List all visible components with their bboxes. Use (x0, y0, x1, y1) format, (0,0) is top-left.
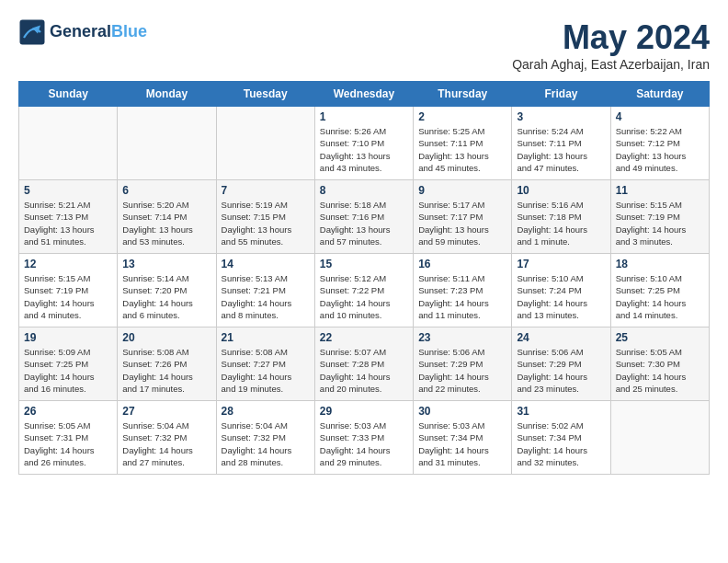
day-info: Sunrise: 5:14 AM Sunset: 7:20 PM Dayligh… (122, 272, 210, 321)
day-info: Sunrise: 5:20 AM Sunset: 7:14 PM Dayligh… (122, 199, 210, 247)
day-info: Sunrise: 5:09 AM Sunset: 7:25 PM Dayligh… (24, 346, 112, 395)
day-info: Sunrise: 5:22 AM Sunset: 7:12 PM Dayligh… (616, 125, 704, 174)
day-info: Sunrise: 5:15 AM Sunset: 7:19 PM Dayligh… (616, 199, 704, 247)
header-cell-saturday: Saturday (610, 82, 709, 107)
header-cell-wednesday: Wednesday (314, 82, 413, 107)
day-number: 5 (24, 184, 112, 197)
day-number: 26 (24, 405, 112, 418)
calendar-table: SundayMondayTuesdayWednesdayThursdayFrid… (18, 81, 710, 475)
day-info: Sunrise: 5:02 AM Sunset: 7:34 PM Dayligh… (517, 419, 605, 468)
day-number: 28 (222, 405, 310, 418)
day-number: 30 (418, 405, 506, 418)
day-number: 14 (222, 258, 310, 270)
day-info: Sunrise: 5:12 AM Sunset: 7:22 PM Dayligh… (320, 272, 408, 321)
day-info: Sunrise: 5:04 AM Sunset: 7:32 PM Dayligh… (222, 419, 310, 468)
logo-text: GeneralBlue (50, 23, 147, 41)
day-info: Sunrise: 5:17 AM Sunset: 7:17 PM Dayligh… (418, 199, 506, 247)
day-info: Sunrise: 5:03 AM Sunset: 7:34 PM Dayligh… (418, 419, 506, 468)
day-cell: 22Sunrise: 5:07 AM Sunset: 7:28 PM Dayli… (314, 327, 413, 401)
day-info: Sunrise: 5:08 AM Sunset: 7:27 PM Dayligh… (222, 346, 310, 395)
day-number: 6 (122, 184, 210, 197)
day-cell: 3Sunrise: 5:24 AM Sunset: 7:11 PM Daylig… (512, 107, 610, 180)
day-info: Sunrise: 5:11 AM Sunset: 7:23 PM Dayligh… (418, 272, 506, 321)
day-info: Sunrise: 5:06 AM Sunset: 7:29 PM Dayligh… (517, 346, 605, 395)
day-info: Sunrise: 5:18 AM Sunset: 7:16 PM Dayligh… (320, 199, 408, 247)
week-row-5: 26Sunrise: 5:05 AM Sunset: 7:31 PM Dayli… (19, 401, 710, 475)
day-info: Sunrise: 5:16 AM Sunset: 7:18 PM Dayligh… (517, 199, 605, 247)
day-cell: 29Sunrise: 5:03 AM Sunset: 7:33 PM Dayli… (314, 401, 413, 475)
day-cell: 27Sunrise: 5:04 AM Sunset: 7:32 PM Dayli… (118, 401, 216, 475)
week-row-2: 5Sunrise: 5:21 AM Sunset: 7:13 PM Daylig… (19, 180, 710, 254)
day-info: Sunrise: 5:10 AM Sunset: 7:24 PM Dayligh… (517, 272, 605, 321)
day-info: Sunrise: 5:04 AM Sunset: 7:32 PM Dayligh… (122, 419, 210, 468)
day-cell: 1Sunrise: 5:26 AM Sunset: 7:10 PM Daylig… (314, 107, 413, 180)
day-number: 29 (320, 405, 408, 418)
day-number: 31 (517, 405, 605, 418)
calendar-header: SundayMondayTuesdayWednesdayThursdayFrid… (19, 82, 710, 107)
day-cell: 15Sunrise: 5:12 AM Sunset: 7:22 PM Dayli… (314, 254, 413, 327)
day-number: 23 (418, 331, 506, 344)
week-row-4: 19Sunrise: 5:09 AM Sunset: 7:25 PM Dayli… (19, 327, 710, 401)
day-number: 11 (616, 184, 704, 197)
day-cell: 21Sunrise: 5:08 AM Sunset: 7:27 PM Dayli… (216, 327, 314, 401)
day-cell: 7Sunrise: 5:19 AM Sunset: 7:15 PM Daylig… (216, 180, 314, 254)
day-cell: 30Sunrise: 5:03 AM Sunset: 7:34 PM Dayli… (414, 401, 512, 475)
day-cell: 17Sunrise: 5:10 AM Sunset: 7:24 PM Dayli… (512, 254, 610, 327)
day-info: Sunrise: 5:13 AM Sunset: 7:21 PM Dayligh… (222, 272, 310, 321)
day-number: 3 (517, 110, 605, 123)
day-cell: 28Sunrise: 5:04 AM Sunset: 7:32 PM Dayli… (216, 401, 314, 475)
day-number: 2 (418, 110, 506, 123)
day-cell: 2Sunrise: 5:25 AM Sunset: 7:11 PM Daylig… (414, 107, 512, 180)
day-info: Sunrise: 5:21 AM Sunset: 7:13 PM Dayligh… (24, 199, 112, 247)
day-number: 18 (616, 258, 704, 270)
page-header: GeneralBlue May 2024 Qarah Aghaj, East A… (18, 18, 710, 72)
day-number: 15 (320, 258, 408, 270)
day-info: Sunrise: 5:15 AM Sunset: 7:19 PM Dayligh… (24, 272, 112, 321)
svg-rect-0 (20, 20, 45, 45)
week-row-3: 12Sunrise: 5:15 AM Sunset: 7:19 PM Dayli… (19, 254, 710, 327)
day-number: 9 (418, 184, 506, 197)
calendar-body: 1Sunrise: 5:26 AM Sunset: 7:10 PM Daylig… (19, 107, 710, 475)
header-cell-friday: Friday (512, 82, 610, 107)
day-cell: 4Sunrise: 5:22 AM Sunset: 7:12 PM Daylig… (610, 107, 709, 180)
day-cell: 10Sunrise: 5:16 AM Sunset: 7:18 PM Dayli… (512, 180, 610, 254)
day-number: 21 (222, 331, 310, 344)
day-cell: 26Sunrise: 5:05 AM Sunset: 7:31 PM Dayli… (19, 401, 118, 475)
day-number: 1 (320, 110, 408, 123)
day-info: Sunrise: 5:07 AM Sunset: 7:28 PM Dayligh… (320, 346, 408, 395)
header-cell-thursday: Thursday (414, 82, 512, 107)
day-number: 22 (320, 331, 408, 344)
day-cell (118, 107, 216, 180)
day-cell: 25Sunrise: 5:05 AM Sunset: 7:30 PM Dayli… (610, 327, 709, 401)
day-number: 12 (24, 258, 112, 270)
day-cell: 18Sunrise: 5:10 AM Sunset: 7:25 PM Dayli… (610, 254, 709, 327)
title-block: May 2024 Qarah Aghaj, East Azerbaijan, I… (512, 18, 710, 72)
day-number: 19 (24, 331, 112, 344)
header-row: SundayMondayTuesdayWednesdayThursdayFrid… (19, 82, 710, 107)
day-cell: 11Sunrise: 5:15 AM Sunset: 7:19 PM Dayli… (610, 180, 709, 254)
location-subtitle: Qarah Aghaj, East Azerbaijan, Iran (512, 57, 710, 72)
day-info: Sunrise: 5:19 AM Sunset: 7:15 PM Dayligh… (222, 199, 310, 247)
day-number: 16 (418, 258, 506, 270)
day-cell (216, 107, 314, 180)
header-cell-monday: Monday (118, 82, 216, 107)
day-cell: 8Sunrise: 5:18 AM Sunset: 7:16 PM Daylig… (314, 180, 413, 254)
logo: GeneralBlue (18, 18, 147, 46)
day-cell: 13Sunrise: 5:14 AM Sunset: 7:20 PM Dayli… (118, 254, 216, 327)
header-cell-sunday: Sunday (19, 82, 118, 107)
day-cell: 19Sunrise: 5:09 AM Sunset: 7:25 PM Dayli… (19, 327, 118, 401)
day-cell: 20Sunrise: 5:08 AM Sunset: 7:26 PM Dayli… (118, 327, 216, 401)
day-cell: 31Sunrise: 5:02 AM Sunset: 7:34 PM Dayli… (512, 401, 610, 475)
day-cell: 9Sunrise: 5:17 AM Sunset: 7:17 PM Daylig… (414, 180, 512, 254)
day-number: 7 (222, 184, 310, 197)
day-number: 13 (122, 258, 210, 270)
day-info: Sunrise: 5:25 AM Sunset: 7:11 PM Dayligh… (418, 125, 506, 174)
day-info: Sunrise: 5:10 AM Sunset: 7:25 PM Dayligh… (616, 272, 704, 321)
day-number: 17 (517, 258, 605, 270)
day-info: Sunrise: 5:03 AM Sunset: 7:33 PM Dayligh… (320, 419, 408, 468)
day-cell (610, 401, 709, 475)
day-cell: 6Sunrise: 5:20 AM Sunset: 7:14 PM Daylig… (118, 180, 216, 254)
month-title: May 2024 (512, 18, 710, 57)
day-cell: 12Sunrise: 5:15 AM Sunset: 7:19 PM Dayli… (19, 254, 118, 327)
day-number: 27 (122, 405, 210, 418)
